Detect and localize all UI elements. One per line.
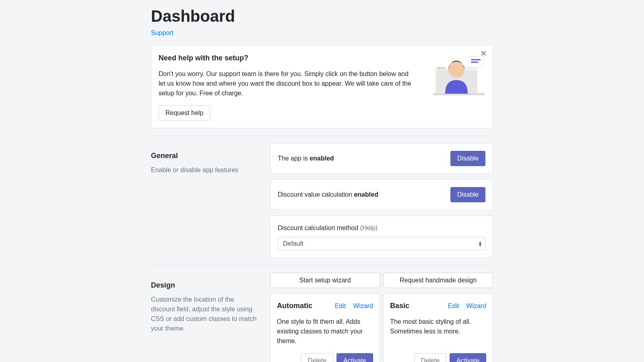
support-illustration xyxy=(433,53,485,97)
request-design-button[interactable]: Request handmade design xyxy=(383,273,493,288)
delete-button[interactable]: Delete xyxy=(301,353,333,362)
delete-button[interactable]: Delete xyxy=(414,353,446,362)
app-status-prefix: The app is xyxy=(278,155,310,162)
discount-status-text: Discount value calculation enabled xyxy=(278,190,378,200)
discount-method-card: Discount calculation method (Help) Defau… xyxy=(270,216,493,258)
close-icon[interactable]: ✕ xyxy=(480,49,487,58)
app-status-value: enabled xyxy=(310,155,334,162)
design-card-basic: Basic Edit Wizard The most basic styling… xyxy=(383,294,493,362)
svg-point-6 xyxy=(448,62,464,78)
general-heading: General xyxy=(151,150,258,161)
divider xyxy=(151,265,493,265)
design-heading: Design xyxy=(151,280,258,291)
support-link[interactable]: Support xyxy=(151,29,173,36)
svg-point-2 xyxy=(438,68,440,69)
disable-discount-button[interactable]: Disable xyxy=(450,187,485,202)
discount-status-card: Discount value calculation enabled Disab… xyxy=(270,179,493,210)
discount-method-label: Discount calculation method (Help) xyxy=(278,223,485,233)
design-subtext: Customize the location of the discount f… xyxy=(151,295,258,333)
general-section: General Enable or disable app features T… xyxy=(151,143,493,258)
wizard-link[interactable]: Wizard xyxy=(353,301,373,311)
discount-method-select[interactable]: Default xyxy=(278,237,485,250)
start-wizard-button[interactable]: Start setup wizard xyxy=(270,273,380,288)
design-card-title: Automatic xyxy=(277,300,312,311)
wizard-link[interactable]: Wizard xyxy=(466,301,486,311)
help-card-title: Need help with the setup? xyxy=(159,53,425,64)
app-status-card: The app is enabled Disable xyxy=(270,143,493,174)
design-section: Design Customize the location of the dis… xyxy=(151,273,493,362)
activate-button[interactable]: Activate xyxy=(450,353,486,362)
disable-app-button[interactable]: Disable xyxy=(450,151,485,166)
divider xyxy=(151,136,493,136)
design-card-desc: One style to fit them all. Adds existing… xyxy=(277,317,373,346)
svg-point-3 xyxy=(440,68,442,69)
app-status-text: The app is enabled xyxy=(278,154,334,163)
discount-status-value: enabled xyxy=(354,191,378,198)
design-card-desc: The most basic styling of all. Sometimes… xyxy=(390,317,486,346)
help-card-body: Don't you worry. Our support team is the… xyxy=(159,69,416,98)
request-help-button[interactable]: Request help xyxy=(159,105,210,121)
discount-method-help-link[interactable]: (Help) xyxy=(360,224,378,231)
discount-status-prefix: Discount value calculation xyxy=(278,191,354,198)
svg-rect-9 xyxy=(471,62,478,63)
design-card-automatic: Automatic Edit Wizard One style to fit t… xyxy=(270,294,380,362)
activate-button[interactable]: Activate xyxy=(336,353,373,362)
design-card-title: Basic xyxy=(390,300,409,311)
page-title: Dashboard xyxy=(151,4,493,28)
help-card: Need help with the setup? Don't you worr… xyxy=(151,45,493,128)
svg-rect-8 xyxy=(471,59,481,60)
edit-link[interactable]: Edit xyxy=(448,301,459,311)
svg-point-4 xyxy=(443,68,444,69)
general-subtext: Enable or disable app features xyxy=(151,165,258,175)
discount-method-label-text: Discount calculation method xyxy=(278,224,360,231)
edit-link[interactable]: Edit xyxy=(335,301,346,311)
